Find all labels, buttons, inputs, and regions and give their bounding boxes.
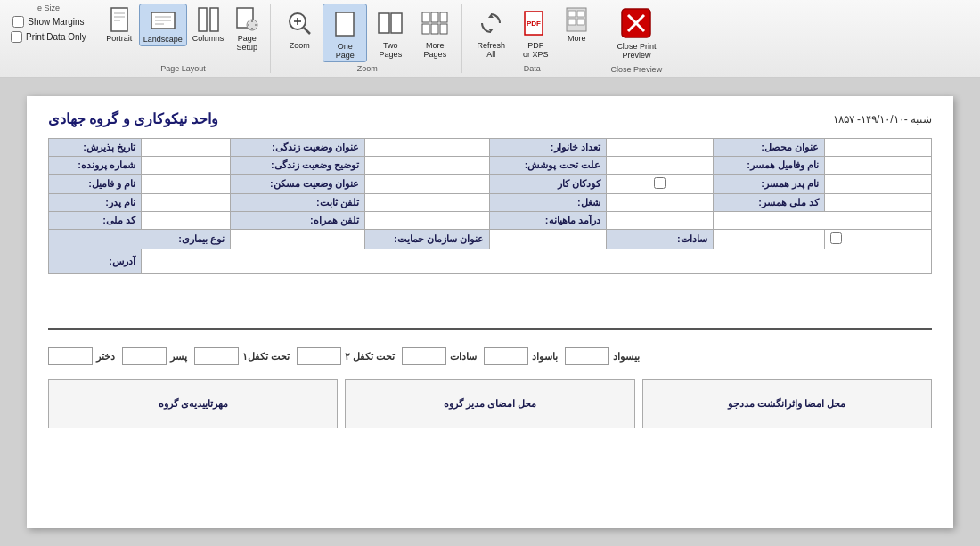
close-preview-icon bbox=[620, 7, 652, 42]
address-label: آدرس: bbox=[49, 249, 142, 274]
form-table: عنوان محصل: تعداد خانوار: عنوان وضعیت زن… bbox=[48, 138, 932, 274]
form-cell-r1-l4: تاریخ پذیرش: bbox=[49, 139, 142, 157]
form-cell-r3-v2 bbox=[606, 175, 713, 194]
refresh-all-button[interactable]: RefreshAll bbox=[470, 4, 512, 61]
form-cell-r1-l2: تعداد خانوار: bbox=[489, 139, 606, 157]
stat-pesar-label: پسر bbox=[170, 351, 187, 363]
form-cell-r2-l2: علت تحت پوشش: bbox=[489, 157, 606, 175]
svg-rect-34 bbox=[568, 19, 576, 25]
form-cell-r2-v2 bbox=[606, 157, 713, 175]
zoom-button[interactable]: Zoom bbox=[278, 4, 321, 52]
refresh-icon bbox=[473, 5, 509, 41]
form-cell-r6-l2: عنوان سازمان حمایت: bbox=[364, 230, 489, 249]
more-pages-button[interactable]: MorePages bbox=[413, 4, 456, 61]
columns-label: Columns bbox=[192, 34, 225, 43]
svg-rect-27 bbox=[431, 24, 438, 34]
form-cell-r4-l1: کد ملی همسر: bbox=[713, 194, 824, 212]
portrait-label: Portrait bbox=[106, 34, 132, 43]
stat-bisavad-box bbox=[565, 347, 609, 365]
separator bbox=[48, 328, 932, 330]
svg-rect-33 bbox=[577, 11, 584, 17]
doc-title: واحد نیکوکاری و گروه جهادی bbox=[48, 110, 218, 127]
form-cell-r4-l3: تلفن ثابت: bbox=[230, 194, 364, 212]
show-margins-checkbox[interactable] bbox=[12, 16, 24, 28]
svg-rect-26 bbox=[422, 24, 429, 34]
print-data-only-checkbox[interactable] bbox=[11, 31, 22, 43]
form-cell-r5-v2 bbox=[606, 212, 713, 230]
zoom-label: Zoom bbox=[290, 41, 310, 50]
page-setup-button[interactable]: PageSetup bbox=[229, 4, 265, 53]
svg-rect-32 bbox=[568, 11, 576, 17]
svg-text:PDF: PDF bbox=[527, 20, 541, 28]
svg-rect-35 bbox=[577, 19, 584, 25]
form-cell-r6-chk bbox=[825, 230, 932, 249]
landscape-button[interactable]: Landscape bbox=[139, 4, 187, 46]
sadat-checkbox[interactable] bbox=[830, 232, 842, 244]
stat-bisavad-label: بیسواد bbox=[613, 351, 640, 363]
form-cell-r3-l1: نام پدر همسر: bbox=[713, 175, 824, 194]
form-cell-r6-v3 bbox=[230, 230, 364, 249]
form-cell-r4-v1 bbox=[825, 194, 932, 212]
close-preview-button[interactable]: Close PrintPreview bbox=[608, 4, 665, 63]
portrait-icon bbox=[105, 5, 134, 34]
stat-taht1: تحت تکفل۱ bbox=[194, 347, 290, 365]
form-cell-r3-l2: کودکان کار bbox=[489, 175, 606, 194]
form-cell-r4-l4: نام پدر: bbox=[49, 194, 142, 212]
one-page-button[interactable]: OnePage bbox=[323, 4, 367, 62]
form-cell-r6-v2 bbox=[489, 230, 606, 249]
stat-doktar-box bbox=[48, 347, 93, 365]
form-cell-r4-l2: شغل: bbox=[489, 194, 606, 212]
pdf-xps-label: PDFor XPS bbox=[523, 41, 549, 59]
form-cell-r2-v1 bbox=[825, 157, 932, 175]
form-cell-r5-v4 bbox=[141, 212, 230, 230]
sig-box-group: مهرتاییدیه‌ی گروه bbox=[48, 379, 338, 428]
one-page-icon bbox=[327, 6, 363, 42]
stat-sadat: سادات bbox=[402, 347, 477, 365]
stat-taht2-box bbox=[297, 347, 341, 365]
print-data-only-row[interactable]: Print Data Only bbox=[11, 29, 86, 45]
form-cell-r4-v3 bbox=[364, 194, 489, 212]
main-content: شنبه -۱۴۹/۱۰/۱۰- ۱۸۵۷ واحد نیکوکاری و گر… bbox=[0, 78, 980, 546]
svg-rect-23 bbox=[422, 12, 429, 22]
form-cell-r1-l3: عنوان وضعیت زندگی: bbox=[230, 139, 364, 157]
more-data-button[interactable]: More bbox=[559, 4, 594, 45]
form-cell-r4-v4 bbox=[141, 194, 230, 212]
form-row-1: عنوان محصل: تعداد خانوار: عنوان وضعیت زن… bbox=[49, 139, 932, 157]
pdf-icon: PDF bbox=[518, 5, 553, 41]
signature-section: محل امضا واثرانگشت مددجو محل امضای مدیر … bbox=[48, 379, 932, 428]
form-cell-r6-v1 bbox=[713, 230, 824, 249]
form-cell-r1-v1 bbox=[825, 139, 932, 157]
pdf-xps-button[interactable]: PDF PDFor XPS bbox=[514, 4, 557, 61]
stat-taht2-label: تحت تکفل ۲ bbox=[345, 351, 395, 363]
more-data-label: More bbox=[568, 34, 586, 43]
form-cell-r1-v4 bbox=[141, 139, 230, 157]
stat-basavad: باسواد bbox=[484, 347, 558, 365]
landscape-label: Landscape bbox=[143, 35, 183, 44]
portrait-button[interactable]: Portrait bbox=[102, 4, 137, 45]
show-margins-row[interactable]: Show Margins bbox=[12, 14, 84, 29]
form-row-4: کد ملی همسر: شغل: تلفن ثابت: نام پدر: bbox=[49, 194, 932, 212]
svg-rect-8 bbox=[199, 8, 207, 31]
two-pages-button[interactable]: TwoPages bbox=[369, 4, 412, 61]
form-cell-r5-v1 bbox=[713, 212, 931, 230]
form-cell-r6-l3: نوع بیماری: bbox=[49, 230, 231, 249]
doc-header: شنبه -۱۴۹/۱۰/۱۰- ۱۸۵۷ واحد نیکوکاری و گر… bbox=[48, 110, 932, 127]
svg-rect-0 bbox=[111, 8, 127, 31]
close-group-label: Close Preview bbox=[611, 63, 663, 74]
children-work-checkbox[interactable] bbox=[654, 177, 666, 189]
stat-taht2: تحت تکفل ۲ bbox=[297, 347, 395, 365]
toolbar-group-data: RefreshAll PDF PDFor XPS More Data bbox=[464, 4, 600, 73]
form-row-6: سادات: عنوان سازمان حمایت: نوع بیماری: bbox=[49, 230, 932, 249]
page-setup-icon bbox=[233, 5, 261, 34]
form-cell-r3-v4 bbox=[141, 175, 230, 194]
svg-rect-25 bbox=[440, 12, 447, 22]
toolbar: e Size Show Margins Print Data Only Port… bbox=[0, 0, 980, 78]
columns-button[interactable]: Columns bbox=[189, 4, 228, 45]
document-page: شنبه -۱۴۹/۱۰/۱۰- ۱۸۵۷ واحد نیکوکاری و گر… bbox=[27, 96, 953, 528]
form-cell-r3-l3: عنوان وضعیت مسکن: bbox=[230, 175, 364, 194]
data-group-label: Data bbox=[524, 62, 541, 73]
stat-taht1-box bbox=[194, 347, 239, 365]
stat-sadat-label: سادات bbox=[450, 351, 477, 363]
two-pages-icon bbox=[372, 5, 408, 41]
stat-bisavad: بیسواد bbox=[565, 347, 640, 365]
